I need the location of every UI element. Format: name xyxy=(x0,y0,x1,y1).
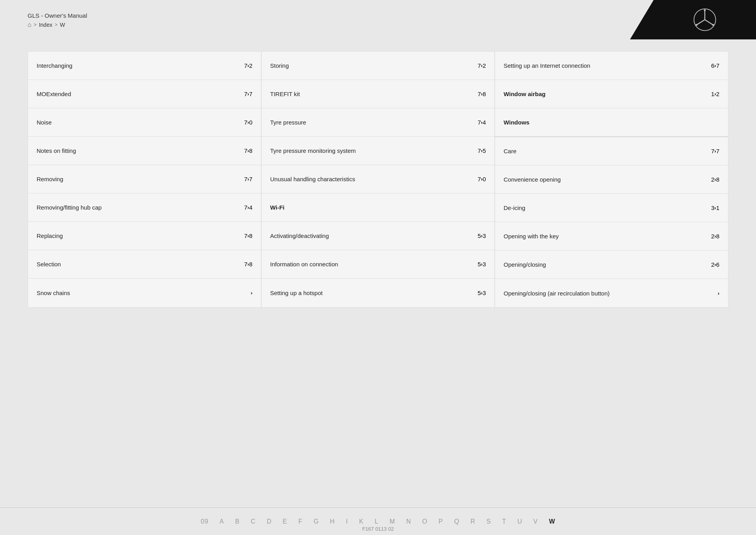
alpha-L[interactable]: L xyxy=(375,518,379,525)
item-page[interactable]: 2›8 xyxy=(711,233,719,240)
alpha-09[interactable]: 09 xyxy=(201,518,209,525)
column-1: Interchanging 7›2 MOExtended 7›7 Noise 7… xyxy=(28,52,261,307)
item-page[interactable]: 7›4 xyxy=(244,204,252,211)
item-label: Tyre pressure monitoring system xyxy=(270,147,356,154)
list-item: MOExtended 7›7 xyxy=(28,80,261,108)
item-page[interactable]: 7›7 xyxy=(711,148,719,154)
item-label: Opening/closing xyxy=(504,261,546,268)
item-page[interactable]: 6›7 xyxy=(711,62,719,69)
alpha-M[interactable]: M xyxy=(389,518,395,525)
list-item: Interchanging 7›2 xyxy=(28,52,261,80)
alpha-E[interactable]: E xyxy=(283,518,287,525)
item-label: Setting up an Internet connection xyxy=(504,62,590,69)
alpha-R[interactable]: R xyxy=(471,518,476,525)
alpha-N[interactable]: N xyxy=(406,518,411,525)
doc-code: F167 0113 02 xyxy=(362,526,394,532)
item-label: Opening/closing (air recirculation butto… xyxy=(504,290,610,297)
alphabet-nav: 09 A B C D E F G H I K L M N O P Q R S T… xyxy=(0,507,756,535)
item-page[interactable]: › xyxy=(251,290,252,296)
item-label: Unusual handling characteristics xyxy=(270,176,355,182)
item-label: Removing/fitting hub cap xyxy=(37,204,102,211)
item-page[interactable]: 7›7 xyxy=(244,176,252,182)
item-page[interactable]: 7›8 xyxy=(244,232,252,239)
alpha-T[interactable]: T xyxy=(502,518,506,525)
home-icon[interactable]: ⌂ xyxy=(28,21,32,28)
alpha-C[interactable]: C xyxy=(251,518,256,525)
column-3: Setting up an Internet connection 6›7 Wi… xyxy=(495,52,728,307)
item-label: De-icing xyxy=(504,204,525,211)
item-label: Selection xyxy=(37,261,61,268)
breadcrumb-sep-1: > xyxy=(34,22,37,28)
item-page[interactable]: 3›1 xyxy=(711,204,719,211)
item-page[interactable]: 1›2 xyxy=(711,91,719,97)
mercedes-logo xyxy=(693,8,717,32)
alpha-V[interactable]: V xyxy=(534,518,538,525)
item-label: Setting up a hotspot xyxy=(270,290,322,296)
list-item: TIREFIT kit 7›8 xyxy=(261,80,495,108)
header-left: GLS - Owner's Manual ⌂ > Index > W xyxy=(28,12,87,28)
item-page[interactable]: 7›2 xyxy=(478,62,486,69)
alpha-O[interactable]: O xyxy=(422,518,427,525)
item-label: Information on connection xyxy=(270,261,338,268)
alphabet-nav-inner: 09 A B C D E F G H I K L M N O P Q R S T… xyxy=(185,518,571,525)
item-page[interactable]: 7›4 xyxy=(478,119,486,126)
index-table: Interchanging 7›2 MOExtended 7›7 Noise 7… xyxy=(28,51,728,308)
item-page[interactable]: 2›8 xyxy=(711,176,719,183)
list-item: Opening with the key 2›8 xyxy=(495,222,728,251)
item-page[interactable]: 7›5 xyxy=(478,147,486,154)
alpha-U[interactable]: U xyxy=(517,518,523,525)
svg-point-1 xyxy=(704,9,706,11)
mercedes-logo-area xyxy=(630,0,756,39)
item-page[interactable]: 5›3 xyxy=(478,232,486,239)
item-page[interactable]: 7›8 xyxy=(244,261,252,268)
item-label: Notes on fitting xyxy=(37,147,76,154)
alpha-I[interactable]: I xyxy=(346,518,348,525)
item-label: Storing xyxy=(270,62,289,69)
alpha-H[interactable]: H xyxy=(330,518,335,525)
item-label: Interchanging xyxy=(37,62,72,69)
alpha-Q[interactable]: Q xyxy=(454,518,459,525)
windows-label: Windows xyxy=(504,119,530,126)
col3-top: Setting up an Internet connection 6›7 Wi… xyxy=(495,52,728,137)
alpha-W[interactable]: W xyxy=(549,518,555,525)
svg-point-2 xyxy=(712,24,714,26)
alpha-K[interactable]: K xyxy=(359,518,364,525)
list-item: Unusual handling characteristics 7›0 xyxy=(261,165,495,193)
item-page[interactable]: 7›0 xyxy=(244,119,252,126)
alpha-F[interactable]: F xyxy=(298,518,303,525)
col3-windows-items: Care 7›7 Convenience opening 2›8 De-icin… xyxy=(495,137,728,307)
breadcrumb-index[interactable]: Index xyxy=(39,22,52,28)
list-item: Tyre pressure 7›4 xyxy=(261,108,495,137)
list-item: Replacing 7›8 xyxy=(28,222,261,250)
item-label: MOExtended xyxy=(37,91,71,97)
item-page[interactable]: 5›3 xyxy=(478,261,486,268)
alpha-G[interactable]: G xyxy=(313,518,319,525)
list-item: Setting up an Internet connection 6›7 xyxy=(495,52,728,80)
list-item: Removing 7›7 xyxy=(28,165,261,193)
column-2: Storing 7›2 TIREFIT kit 7›8 Tyre pressur… xyxy=(261,52,495,307)
item-label: TIREFIT kit xyxy=(270,91,300,97)
item-page[interactable]: 5›3 xyxy=(478,290,486,296)
wifi-section-header: Wi-Fi xyxy=(261,193,495,222)
item-page[interactable]: 7›8 xyxy=(478,91,486,97)
breadcrumb-sep-2: > xyxy=(55,22,57,28)
alpha-D[interactable]: D xyxy=(267,518,272,525)
list-item: Opening/closing 2›6 xyxy=(495,251,728,279)
alpha-B[interactable]: B xyxy=(235,518,240,525)
list-item: Tyre pressure monitoring system 7›5 xyxy=(261,137,495,165)
item-page[interactable]: 7›7 xyxy=(244,91,252,97)
item-label: Opening with the key xyxy=(504,233,559,240)
item-page[interactable]: 2›6 xyxy=(711,261,719,268)
item-page[interactable]: › xyxy=(718,290,719,296)
item-page[interactable]: 7›2 xyxy=(244,62,252,69)
list-item: Information on connection 5›3 xyxy=(261,250,495,279)
list-item: Removing/fitting hub cap 7›4 xyxy=(28,193,261,222)
alpha-A[interactable]: A xyxy=(220,518,224,525)
item-page[interactable]: 7›0 xyxy=(478,176,486,182)
item-label: Tyre pressure xyxy=(270,119,306,126)
item-label: Convenience opening xyxy=(504,176,561,183)
item-page[interactable]: 7›8 xyxy=(244,147,252,154)
item-label: Care xyxy=(504,148,517,154)
alpha-S[interactable]: S xyxy=(487,518,491,525)
alpha-P[interactable]: P xyxy=(439,518,443,525)
